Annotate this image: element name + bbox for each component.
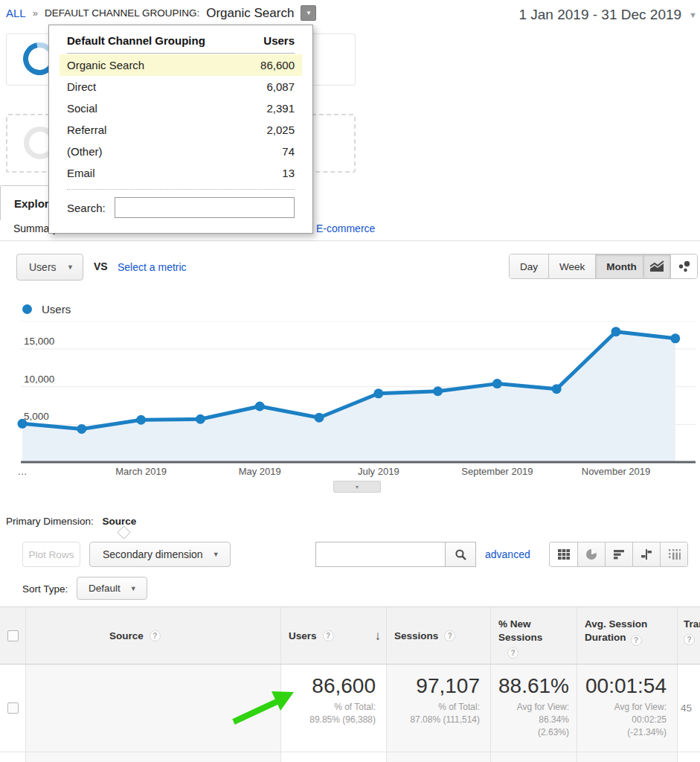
advanced-search-link[interactable]: advanced — [485, 548, 530, 560]
table-header-row: Source ? Users ? ↓ Sessions ? % New — [0, 606, 700, 665]
granularity-week-button[interactable]: Week — [548, 254, 595, 278]
channel-label: Referral — [67, 124, 106, 136]
header-transactions[interactable]: Tran ? — [678, 607, 700, 664]
x-axis-label: … — [18, 466, 28, 477]
channel-dropdown-button[interactable]: ▼ — [301, 5, 316, 21]
header-new-sessions[interactable]: % New Sessions ? — [491, 607, 577, 664]
x-axis-baseline — [21, 461, 696, 464]
comparison-view-button[interactable] — [632, 542, 660, 566]
line-chart-button[interactable] — [643, 254, 670, 278]
sessions-subtext: % of Total: — [387, 701, 480, 714]
channel-label: Social — [67, 102, 97, 115]
sort-type-label: Sort Type: — [22, 583, 68, 595]
data-point — [77, 424, 86, 434]
row-checkbox[interactable] — [7, 702, 19, 714]
help-icon[interactable]: ? — [323, 630, 334, 641]
channel-row-1[interactable]: Direct6,087 — [60, 76, 302, 97]
chart-type-toggle — [643, 254, 698, 279]
data-point — [492, 379, 502, 388]
avg-duration-subtext: Avg for View: — [577, 701, 667, 714]
channel-row-0[interactable]: Organic Search86,600 — [60, 54, 302, 76]
data-point — [255, 402, 265, 412]
help-icon[interactable]: ? — [631, 635, 642, 646]
table-view-button[interactable] — [550, 542, 577, 566]
legend-dot-icon — [22, 304, 32, 314]
chart-legend: Users — [22, 303, 71, 316]
plot-rows-button[interactable]: Plot Rows — [22, 542, 80, 567]
vs-label: VS — [94, 260, 108, 272]
channel-users-value: 6,087 — [266, 80, 295, 93]
new-sessions-subtext: Avg for View: — [491, 701, 569, 714]
pivot-view-button[interactable] — [660, 542, 687, 566]
pivot-icon — [668, 548, 681, 560]
new-sessions-subtext: (2.63%) — [491, 726, 569, 739]
header-source[interactable]: Source ? — [26, 607, 281, 664]
granularity-month-button[interactable]: Month — [595, 254, 646, 278]
dropdown-search-label: Search: — [67, 202, 106, 214]
metric-selector-label: Users — [29, 261, 57, 273]
caret-down-icon: ▼ — [67, 263, 74, 271]
secondary-dimension-button[interactable]: Secondary dimension ▼ — [89, 542, 231, 567]
y-axis-label: 10,000 — [24, 374, 54, 385]
channel-label: Organic Search — [67, 59, 144, 71]
table-search-button[interactable] — [445, 542, 476, 567]
primary-dimension-source[interactable]: Source — [103, 516, 137, 527]
help-icon[interactable]: ? — [444, 630, 455, 641]
header-users[interactable]: Users ? ↓ — [281, 607, 387, 664]
channel-users-value: 86,600 — [260, 59, 295, 71]
caret-down-icon: ▼ — [689, 10, 697, 19]
table-grid-icon — [557, 548, 571, 560]
granularity-day-button[interactable]: Day — [510, 254, 548, 278]
x-axis-label: March 2019 — [115, 466, 167, 477]
chart-collapse-button[interactable]: ▼ — [333, 481, 381, 493]
users-line-chart: 5,00010,00015,000…March 2019May 2019July… — [0, 320, 700, 480]
help-icon[interactable]: ? — [507, 647, 518, 659]
channel-label: Direct — [67, 80, 96, 93]
x-axis-label: July 2019 — [358, 466, 399, 477]
header-checkbox-cell — [0, 607, 26, 664]
row-source-cell — [26, 665, 281, 752]
row-transactions-cell: 45 — [678, 665, 700, 752]
table-view-switcher — [549, 542, 688, 567]
dropdown-search-input[interactable] — [115, 197, 295, 218]
channel-row-4[interactable]: (Other)74 — [60, 141, 302, 162]
help-icon[interactable]: ? — [684, 634, 695, 645]
sort-type-button[interactable]: Default ▼ — [77, 577, 147, 600]
channel-users-value: 2,391 — [266, 102, 295, 115]
channel-row-3[interactable]: Referral2,025 — [60, 119, 302, 141]
table-data-row: 86,600 % of Total: 89.85% (96,388) 97,10… — [0, 665, 700, 752]
performance-view-button[interactable] — [605, 542, 632, 566]
metric-selector-button[interactable]: Users ▼ — [16, 254, 83, 281]
breadcrumb: ALL » DEFAULT CHANNEL GROUPING: Organic … — [6, 5, 316, 21]
y-axis-label: 15,000 — [24, 336, 54, 347]
row-sessions-cell: 97,107 % of Total: 87.08% (111,514) — [387, 665, 491, 752]
chart-area-fill — [22, 332, 675, 462]
channel-row-5[interactable]: Email13 — [60, 162, 302, 184]
table-search — [315, 542, 476, 567]
granularity-toggle: DayWeekMonth — [509, 254, 648, 279]
primary-dimension-row: Primary Dimension: Source — [6, 516, 136, 527]
table-search-input[interactable] — [315, 542, 445, 567]
help-icon[interactable]: ? — [150, 630, 161, 641]
select-metric-link[interactable]: Select a metric — [118, 261, 187, 273]
row-avg-duration-cell: 00:01:54 Avg for View: 00:02:25 (-21.34%… — [577, 665, 678, 752]
header-avg-duration[interactable]: Avg. Session Duration? — [577, 607, 678, 664]
channel-row-2[interactable]: Social2,391 — [60, 97, 302, 119]
row-checkbox-cell — [0, 665, 26, 752]
dropdown-header-dimension: Default Channel Grouping — [67, 34, 205, 47]
data-point — [670, 333, 680, 343]
breadcrumb-separator: » — [33, 7, 38, 19]
header-users-label: Users — [289, 630, 317, 641]
new-sessions-subtext: 86.34% — [491, 714, 569, 726]
percentage-view-button[interactable] — [577, 542, 605, 566]
select-all-checkbox[interactable] — [7, 630, 19, 641]
subnav-ecommerce-link[interactable]: E-commerce — [316, 222, 375, 234]
caret-down-icon: ▼ — [213, 551, 219, 558]
header-sessions[interactable]: Sessions ? — [387, 607, 491, 664]
breadcrumb-dimension-value[interactable]: Organic Search — [206, 6, 294, 21]
breadcrumb-all-link[interactable]: ALL — [6, 7, 26, 19]
channel-rows: Organic Search86,600Direct6,087Social2,3… — [60, 54, 302, 184]
channel-users-value: 74 — [282, 145, 295, 158]
date-range-selector[interactable]: 1 Jan 2019 - 31 Dec 2019 ▼ — [518, 7, 697, 23]
motion-chart-button[interactable] — [670, 254, 697, 278]
